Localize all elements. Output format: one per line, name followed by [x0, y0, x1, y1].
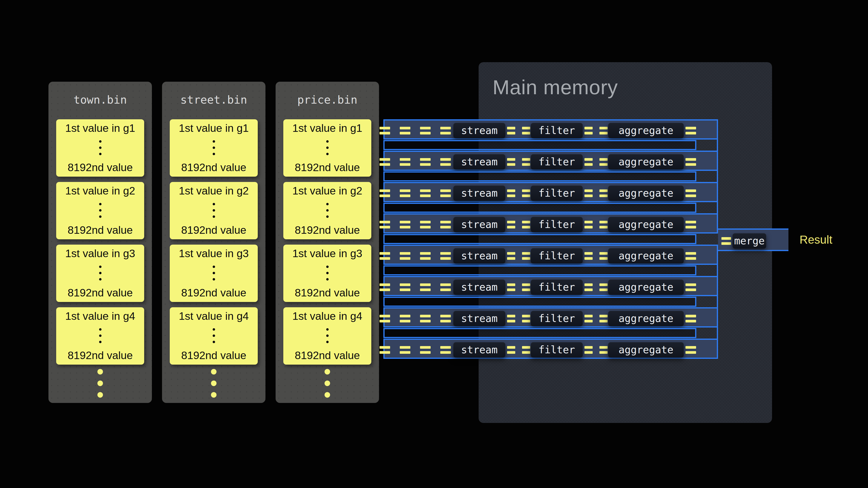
memory-right-edge-segment — [717, 202, 718, 213]
merge-chip: merge — [733, 233, 766, 249]
flow-dash — [585, 127, 593, 134]
lane-connector — [383, 265, 696, 275]
flow-dash — [599, 252, 608, 260]
flow-dash — [440, 283, 451, 291]
stage-chip-stream-label: stream — [461, 220, 498, 230]
flow-dash — [599, 158, 608, 166]
flow-dash — [379, 283, 390, 291]
stage-chip-stream: stream — [453, 248, 505, 264]
flow-dash — [522, 158, 530, 166]
memory-right-edge-segment — [717, 296, 718, 307]
memory-right-edge-segment — [717, 139, 718, 151]
stage-chip-aggregate-label: aggregate — [618, 314, 674, 324]
flow-dash — [420, 346, 431, 354]
flow-dash — [522, 127, 530, 134]
flow-dash — [379, 346, 390, 354]
flow-dash — [400, 315, 410, 322]
flow-dash — [507, 283, 515, 291]
stage-chip-filter: filter — [531, 248, 583, 264]
flow-dash — [585, 346, 593, 354]
flow-dash — [685, 127, 696, 134]
flow-dash — [379, 127, 390, 134]
stage-chip-aggregate: aggregate — [608, 311, 684, 326]
flow-dash — [585, 283, 593, 291]
stage-chip-stream: stream — [453, 311, 505, 326]
flow-dash — [507, 158, 515, 166]
flow-dash — [379, 221, 390, 228]
flow-dash — [420, 158, 431, 166]
diagram-canvas: town.bin 1st value in g18192nd value1st … — [0, 0, 868, 488]
thread-lane: streamfilteraggregate — [383, 119, 718, 139]
pipeline-layer: streamfilteraggregatestreamfilteraggrega… — [0, 0, 868, 488]
stage-chip-stream: stream — [453, 154, 505, 170]
flow-dash — [522, 189, 530, 197]
flow-dash — [522, 283, 530, 291]
flow-dash — [400, 189, 410, 197]
flow-dash — [420, 252, 431, 260]
flow-dash — [599, 221, 608, 228]
flow-dash — [379, 315, 390, 322]
stage-chip-filter: filter — [531, 217, 583, 232]
thread-lane: streamfilteraggregate — [383, 182, 718, 202]
flow-dash — [420, 221, 431, 228]
stage-chip-filter-label: filter — [538, 251, 575, 261]
stage-chip-filter-label: filter — [538, 220, 575, 230]
flow-dash — [507, 221, 515, 228]
flow-dash — [420, 283, 431, 291]
stage-chip-aggregate: aggregate — [608, 280, 684, 295]
stage-chip-stream-label: stream — [461, 126, 498, 136]
flow-dash — [440, 315, 451, 322]
flow-dash — [420, 127, 431, 134]
stage-chip-stream: stream — [453, 186, 505, 201]
flow-dash — [685, 158, 696, 166]
stage-chip-filter: filter — [531, 154, 583, 170]
flow-dash — [522, 252, 530, 260]
flow-dash — [507, 315, 515, 322]
flow-dash — [599, 127, 608, 134]
flow-dash — [379, 189, 390, 197]
stage-chip-stream-label: stream — [461, 188, 498, 198]
flow-dash — [400, 127, 410, 134]
flow-dash — [685, 346, 696, 354]
flow-dash — [440, 346, 451, 354]
flow-dash — [440, 127, 451, 134]
stage-chip-aggregate: aggregate — [608, 186, 684, 201]
stage-chip-aggregate-label: aggregate — [618, 188, 674, 198]
flow-dash — [507, 346, 515, 354]
stage-chip-aggregate-label: aggregate — [618, 345, 674, 355]
thread-lane: streamfilteraggregate — [383, 213, 718, 233]
stage-chip-aggregate-label: aggregate — [618, 157, 674, 167]
flow-dash — [400, 346, 410, 354]
flow-dash — [599, 283, 608, 291]
flow-dash — [440, 189, 451, 197]
stage-chip-aggregate: aggregate — [608, 342, 684, 358]
flow-dash — [685, 252, 696, 260]
flow-dash — [420, 189, 431, 197]
stage-chip-filter: filter — [531, 186, 583, 201]
flow-dash — [685, 189, 696, 197]
thread-lane: streamfilteraggregate — [383, 276, 718, 296]
lane-connector — [383, 328, 696, 338]
stage-chip-filter-label: filter — [538, 188, 575, 198]
stage-chip-filter-label: filter — [538, 157, 575, 167]
flow-dash — [585, 221, 593, 228]
thread-lane: streamfilteraggregate — [383, 307, 718, 327]
stage-chip-aggregate-label: aggregate — [618, 126, 674, 136]
flow-dash — [721, 237, 731, 245]
lane-connector — [383, 171, 696, 182]
flow-dash — [585, 315, 593, 322]
stage-chip-filter-label: filter — [538, 345, 575, 355]
flow-dash — [440, 158, 451, 166]
stage-chip-aggregate: aggregate — [608, 123, 684, 138]
flow-dash — [400, 158, 410, 166]
flow-dash — [379, 158, 390, 166]
flow-dash — [685, 221, 696, 228]
stage-chip-filter-label: filter — [538, 126, 575, 136]
flow-dash — [522, 221, 530, 228]
flow-dash — [420, 315, 431, 322]
flow-dash — [685, 315, 696, 322]
stage-chip-stream-label: stream — [461, 157, 498, 167]
stage-chip-stream-label: stream — [461, 282, 498, 292]
memory-right-edge-segment — [717, 171, 718, 182]
flow-dash — [440, 252, 451, 260]
